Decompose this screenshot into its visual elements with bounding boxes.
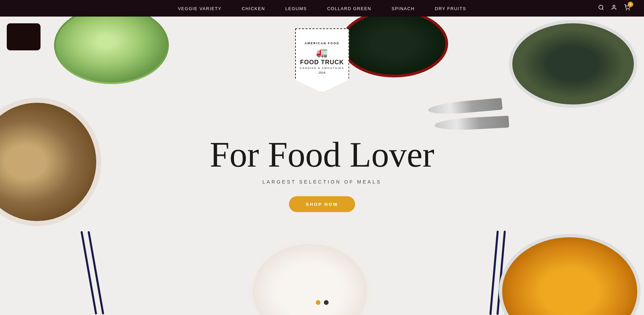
hero-title: For Food Lover [210, 135, 434, 174]
chopstick [87, 231, 104, 314]
spoons [428, 101, 502, 130]
truck-icon: 🚛 [316, 47, 328, 58]
nav-item-spinach[interactable]: SPINACH [391, 6, 414, 11]
nav-icons: 0 [598, 4, 630, 12]
hero-section: AMERICAN FOOD 🚛 FOOD TRUCK CANDIES & SMO… [0, 17, 644, 315]
carousel-dot-1[interactable] [316, 300, 320, 305]
search-icon[interactable] [598, 4, 604, 12]
carousel-dot-2[interactable] [324, 300, 329, 305]
logo-sub-text: CANDIES & SMOOTHIES [300, 67, 344, 70]
shop-now-button[interactable]: SHOP NOW [289, 196, 355, 212]
account-icon[interactable] [611, 4, 617, 12]
nav-item-collard-green[interactable]: COLLARD GREEN [327, 6, 371, 11]
hero-subtitle: LARGEST SELECTION OF MEALS [210, 179, 434, 185]
cart-icon[interactable]: 0 [624, 4, 630, 12]
nav-item-legums[interactable]: LEGUMS [285, 6, 307, 11]
nav-links: VEGGIE VARIETY CHICKEN LEGUMS COLLARD GR… [178, 5, 466, 11]
logo-container: AMERICAN FOOD 🚛 FOOD TRUCK CANDIES & SMO… [293, 27, 351, 94]
logo-year: 2016 [318, 71, 325, 74]
svg-point-3 [626, 9, 627, 10]
logo-badge: AMERICAN FOOD 🚛 FOOD TRUCK CANDIES & SMO… [295, 28, 349, 93]
green-soup-bowl [54, 17, 169, 84]
noodle-bowl [509, 20, 637, 108]
dark-soup-bowl [340, 17, 448, 77]
nav-item-dry-fruits[interactable]: DRY FRUITS [435, 6, 466, 11]
nav-item-chicken[interactable]: CHICKEN [242, 6, 265, 11]
sauce-bowl [7, 23, 41, 50]
chopsticks-left [88, 231, 97, 315]
mushroom-bowl [0, 98, 101, 226]
logo-main-text: FOOD TRUCK [300, 59, 344, 66]
spoon-1 [428, 98, 503, 116]
svg-point-2 [613, 5, 615, 7]
svg-point-4 [629, 9, 629, 10]
nav-item-veggie-variety[interactable]: VEGGIE VARIETY [178, 6, 222, 11]
cart-count: 0 [628, 2, 633, 7]
logo-arc-text: AMERICAN FOOD [305, 42, 339, 45]
carousel-dots [316, 300, 329, 305]
yellow-soup-bowl [499, 234, 641, 315]
svg-line-1 [602, 8, 603, 9]
main-nav: VEGGIE VARIETY CHICKEN LEGUMS COLLARD GR… [0, 0, 644, 17]
svg-point-0 [599, 5, 603, 9]
bottom-center-bowl [249, 241, 371, 315]
hero-text: For Food Lover LARGEST SELECTION OF MEAL… [210, 135, 434, 212]
spoon-2 [434, 116, 509, 131]
